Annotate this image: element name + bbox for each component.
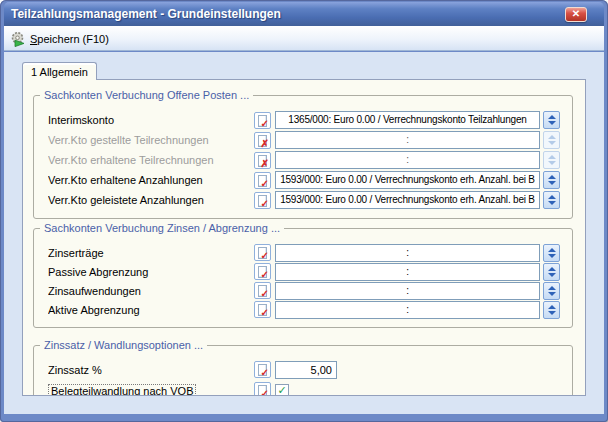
group-title: Zinssatz / Wandlungsoptionen ...: [40, 339, 207, 352]
up-arrow-icon: [548, 135, 556, 139]
window-title: Teilzahlungsmanagement - Grundeinstellun…: [4, 7, 281, 21]
check-icon: ✓: [261, 179, 269, 189]
account-combobox: :: [275, 151, 540, 169]
stepper-button[interactable]: [543, 301, 560, 319]
field-label: Zinserträge: [48, 247, 250, 259]
x-icon: ✗: [261, 159, 269, 169]
check-icon: ✓: [261, 368, 269, 378]
doc-check-icon-button[interactable]: ✓: [254, 172, 271, 189]
up-arrow-icon: [548, 286, 556, 290]
doc-check-icon-button[interactable]: ✓: [254, 263, 271, 280]
tab-allgemein[interactable]: 1 Allgemein: [22, 62, 97, 80]
down-arrow-icon: [548, 181, 556, 185]
account-combobox[interactable]: 1365/000: Euro 0.00 / Verrechnungskonto …: [275, 111, 540, 129]
tab-page-allgemein: Sachkonten Verbuchung Offene Posten ... …: [22, 79, 586, 396]
check-icon: ✓: [261, 389, 269, 396]
doc-check-icon-button[interactable]: ✓: [254, 301, 271, 318]
field-label: Zinssatz %: [48, 364, 250, 376]
stepper-button[interactable]: [543, 282, 560, 300]
up-arrow-icon: [548, 305, 556, 309]
form-row-vob: Belegteilwandlung nach VOB ✓ ✓: [48, 382, 560, 396]
account-combobox[interactable]: :: [275, 282, 540, 300]
close-button[interactable]: ✕: [565, 7, 587, 22]
account-combobox: :: [275, 131, 540, 149]
up-arrow-icon: [548, 155, 556, 159]
form-row-aktive-abgrenzung: Aktive Abgrenzung ✓ :: [48, 301, 560, 318]
doc-x-icon-button[interactable]: ✗: [254, 132, 271, 149]
doc-check-icon-button[interactable]: ✓: [254, 282, 271, 299]
field-label: Verr.Kto gestellte Teilrechnungen: [48, 134, 250, 146]
group-zinsen-abgrenzung: Sachkonten Verbuchung Zinsen / Abgrenzun…: [33, 228, 573, 328]
doc-check-icon-button[interactable]: ✓: [254, 244, 271, 261]
check-icon: ✓: [261, 199, 269, 209]
form-row-gestellte-teilrechnungen: Verr.Kto gestellte Teilrechnungen ✗ :: [48, 131, 560, 149]
account-combobox[interactable]: 1593/000: Euro 0.00 / Verrechnungskonto …: [275, 191, 540, 209]
field-label: Verr.Kto erhaltene Anzahlungen: [48, 174, 250, 186]
down-arrow-icon: [548, 292, 556, 296]
form-row-interimskonto: Interimskonto ✓ 1365/000: Euro 0.00 / Ve…: [48, 111, 560, 129]
stepper-button[interactable]: [543, 191, 560, 209]
account-combobox[interactable]: 1593/000: Euro 0.00 / Verrechnungskonto …: [275, 171, 540, 189]
group-title: Sachkonten Verbuchung Offene Posten ...: [40, 89, 253, 102]
group-title: Sachkonten Verbuchung Zinsen / Abgrenzun…: [40, 222, 284, 235]
form-row-zinsertraege: Zinserträge ✓ :: [48, 244, 560, 261]
up-arrow-icon: [548, 195, 556, 199]
account-combobox[interactable]: :: [275, 263, 540, 281]
save-icon: [10, 31, 26, 47]
zinssatz-input[interactable]: [275, 361, 337, 379]
vob-label-focused: Belegteilwandlung nach VOB: [48, 384, 196, 397]
doc-check-icon-button[interactable]: ✓: [254, 361, 271, 378]
field-label: Verr.Kto geleistete Anzahlungen: [48, 194, 250, 206]
group-zinssatz-wandlungsoptionen: Zinssatz / Wandlungsoptionen ... Zinssat…: [33, 345, 573, 396]
down-arrow-icon: [548, 254, 556, 258]
stepper-button[interactable]: [543, 244, 560, 262]
down-arrow-icon: [548, 201, 556, 205]
form-row-erhaltene-anzahlungen: Verr.Kto erhaltene Anzahlungen ✓ 1593/00…: [48, 171, 560, 189]
toolbar: Speichern (F10): [4, 26, 604, 51]
field-label: Interimskonto: [48, 114, 250, 126]
field-label: Verr.Kto erhaltene Teilrechnungen: [48, 154, 250, 166]
stepper-button: [543, 151, 560, 169]
stepper-button[interactable]: [543, 171, 560, 189]
up-arrow-icon: [548, 175, 556, 179]
stepper-button[interactable]: [543, 111, 560, 129]
down-arrow-icon: [548, 121, 556, 125]
doc-check-icon-button[interactable]: ✓: [254, 112, 271, 129]
x-icon: ✗: [261, 139, 269, 149]
stepper-button: [543, 131, 560, 149]
app-window: Teilzahlungsmanagement - Grundeinstellun…: [0, 0, 608, 422]
doc-check-icon-button[interactable]: ✓: [254, 192, 271, 209]
form-row-passive-abgrenzung: Passive Abgrenzung ✓ :: [48, 263, 560, 280]
check-icon: ✓: [261, 119, 269, 129]
group-offene-posten: Sachkonten Verbuchung Offene Posten ... …: [33, 95, 573, 219]
vob-checkbox[interactable]: ✓: [275, 384, 289, 397]
doc-x-icon-button[interactable]: ✗: [254, 152, 271, 169]
form-row-zinssatz: Zinssatz % ✓: [48, 361, 560, 378]
field-label: Belegteilwandlung nach VOB: [48, 384, 250, 397]
doc-check-icon-button[interactable]: ✓: [254, 382, 271, 396]
check-icon: ✓: [261, 308, 269, 318]
down-arrow-icon: [548, 273, 556, 277]
content-area: 1 Allgemein Sachkonten Verbuchung Offene…: [4, 52, 604, 414]
up-arrow-icon: [548, 267, 556, 271]
field-label: Aktive Abgrenzung: [48, 304, 250, 316]
titlebar[interactable]: Teilzahlungsmanagement - Grundeinstellun…: [4, 2, 604, 26]
check-icon: ✓: [261, 270, 269, 280]
up-arrow-icon: [548, 115, 556, 119]
form-row-erhaltene-teilrechnungen: Verr.Kto erhaltene Teilrechnungen ✗ :: [48, 151, 560, 169]
field-label: Passive Abgrenzung: [48, 266, 250, 278]
save-button[interactable]: Speichern (F10): [7, 28, 116, 49]
form-row-zinsaufwendungen: Zinsaufwendungen ✓ :: [48, 282, 560, 299]
down-arrow-icon: [548, 141, 556, 145]
checkbox-check-icon: ✓: [277, 385, 286, 396]
stepper-button[interactable]: [543, 263, 560, 281]
field-label: Zinsaufwendungen: [48, 285, 250, 297]
down-arrow-icon: [548, 161, 556, 165]
check-icon: ✓: [261, 251, 269, 261]
account-combobox[interactable]: :: [275, 301, 540, 319]
form-row-geleistete-anzahlungen: Verr.Kto geleistete Anzahlungen ✓ 1593/0…: [48, 191, 560, 209]
up-arrow-icon: [548, 248, 556, 252]
account-combobox[interactable]: :: [275, 244, 540, 262]
close-icon: ✕: [572, 9, 580, 19]
save-button-label: Speichern (F10): [30, 33, 109, 45]
